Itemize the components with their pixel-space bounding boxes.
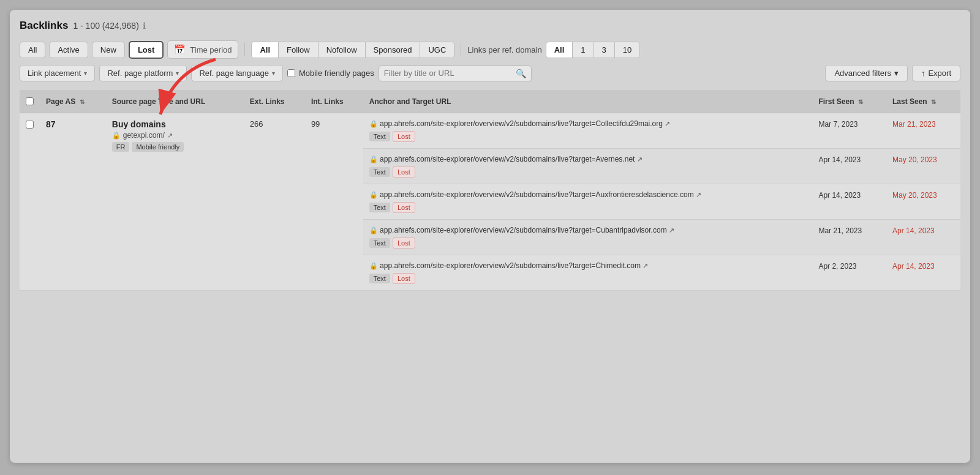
links-per-group: All 1 3 10: [546, 42, 641, 58]
col-ext-links: Ext. Links: [244, 90, 305, 113]
export-button[interactable]: ↑ Export: [912, 65, 960, 81]
external-link-icon[interactable]: ↗: [696, 191, 701, 198]
search-input[interactable]: [384, 69, 513, 78]
last-seen-value: Apr 14, 2023: [892, 226, 935, 235]
source-tag: FR: [112, 142, 130, 152]
anchor-url-text[interactable]: app.ahrefs.com/site-explorer/overview/v2…: [380, 155, 635, 163]
lock-icon: 🔒: [112, 132, 121, 140]
url-text[interactable]: getexpi.com/: [123, 131, 165, 140]
anchor-tag: Text: [369, 274, 390, 283]
first-seen-value: Mar 21, 2023: [818, 226, 862, 235]
anchor-tag: Lost: [393, 202, 415, 213]
page-as-value: 87: [46, 119, 56, 129]
col-anchor: Anchor and Target URL: [363, 90, 813, 113]
lock-icon: 🔒: [369, 226, 378, 234]
backlinks-table: Page AS ⇅ Source page Title and URL Ext.…: [20, 90, 960, 291]
last-seen-value: Mar 21, 2023: [892, 120, 936, 129]
anchor-url-text[interactable]: app.ahrefs.com/site-explorer/overview/v2…: [380, 226, 667, 234]
page-count: 1 - 100 (424,968): [73, 21, 138, 31]
anchor-url: 🔒 app.ahrefs.com/site-explorer/overview/…: [369, 261, 807, 270]
links-per-all-button[interactable]: All: [546, 42, 573, 58]
last-seen-value: Apr 14, 2023: [892, 262, 935, 271]
first-seen-value: Mar 7, 2023: [818, 120, 858, 129]
anchor-tag: Lost: [393, 131, 415, 142]
links-per-1-button[interactable]: 1: [573, 42, 594, 58]
anchor-tag: Lost: [393, 238, 415, 249]
filter-ugc-button[interactable]: UGC: [420, 42, 454, 58]
col-page-as: Page AS ⇅: [40, 90, 106, 113]
row-checkbox[interactable]: [26, 121, 34, 129]
anchor-url-text[interactable]: app.ahrefs.com/site-explorer/overview/v2…: [380, 190, 694, 199]
source-url: 🔒 getexpi.com/ ↗: [112, 131, 238, 140]
last-seen-value: May 20, 2023: [892, 191, 937, 200]
last-seen-value: May 20, 2023: [892, 155, 937, 164]
sort-icon[interactable]: ⇅: [858, 99, 863, 105]
filter-all2-button[interactable]: All: [252, 42, 279, 58]
anchor-url-text[interactable]: app.ahrefs.com/site-explorer/overview/v2…: [380, 261, 641, 270]
page-title: Backlinks: [20, 20, 68, 32]
lock-icon: 🔒: [369, 155, 378, 163]
chevron-down-icon: ▾: [272, 70, 275, 77]
col-source: Source page Title and URL: [106, 90, 244, 113]
external-link-icon[interactable]: ↗: [643, 262, 648, 269]
anchor-tag: Text: [369, 167, 390, 177]
anchor-tag: Lost: [393, 166, 415, 178]
calendar-icon: 📅: [174, 44, 186, 55]
ref-page-language-dropdown[interactable]: Ref. page language ▾: [191, 65, 282, 81]
col-first-seen: First Seen ⇅: [812, 90, 886, 113]
search-icon: 🔍: [516, 69, 526, 78]
filter-new-button[interactable]: New: [92, 42, 125, 58]
anchor-tag: Text: [369, 238, 390, 248]
filter-lost-button[interactable]: Lost: [129, 41, 164, 59]
anchor-url: 🔒 app.ahrefs.com/site-explorer/overview/…: [369, 226, 807, 234]
filter-nofollow-button[interactable]: Nofollow: [318, 42, 366, 58]
filter-follow-button[interactable]: Follow: [279, 42, 318, 58]
first-seen-value: Apr 14, 2023: [818, 155, 861, 164]
anchor-url: 🔒 app.ahrefs.com/site-explorer/overview/…: [369, 190, 807, 199]
links-per-label: Links per ref. domain: [467, 45, 541, 54]
anchor-tags: TextLost: [369, 131, 807, 142]
anchor-tags: TextLost: [369, 238, 807, 249]
table-body: 87 Buy domains 🔒 getexpi.com/ ↗ FRMobile…: [20, 113, 960, 291]
anchor-tags: TextLost: [369, 273, 807, 284]
external-link-icon[interactable]: ↗: [665, 120, 670, 127]
first-seen-value: Apr 14, 2023: [818, 191, 861, 200]
anchor-url-text[interactable]: app.ahrefs.com/site-explorer/overview/v2…: [380, 119, 663, 128]
source-tag: Mobile friendly: [132, 142, 184, 152]
links-per-3-button[interactable]: 3: [594, 42, 615, 58]
filter-all-button[interactable]: All: [20, 42, 45, 58]
divider: [244, 43, 245, 56]
filter-bar-1: All Active New Lost 📅 Time period All Fo…: [20, 40, 960, 59]
select-all-checkbox[interactable]: [26, 97, 34, 105]
anchor-url: 🔒 app.ahrefs.com/site-explorer/overview/…: [369, 119, 807, 128]
anchor-tags: TextLost: [369, 202, 807, 213]
lock-icon: 🔒: [369, 191, 378, 198]
advanced-filters-button[interactable]: Advanced filters ▾: [825, 65, 908, 81]
anchor-url: 🔒 app.ahrefs.com/site-explorer/overview/…: [369, 155, 807, 163]
first-seen-value: Apr 2, 2023: [818, 262, 856, 271]
col-checkbox: [20, 90, 40, 113]
col-int-links: Int. Links: [305, 90, 363, 113]
col-last-seen: Last Seen ⇅: [886, 90, 960, 113]
lock-icon: 🔒: [369, 262, 378, 269]
divider2: [461, 43, 461, 56]
external-link-icon[interactable]: ↗: [637, 155, 643, 163]
anchor-tag: Text: [369, 203, 390, 212]
mobile-friendly-checkbox[interactable]: [287, 69, 295, 77]
link-placement-dropdown[interactable]: Link placement ▾: [20, 65, 95, 81]
external-link-icon[interactable]: ↗: [669, 226, 674, 234]
time-period-button[interactable]: 📅 Time period: [167, 40, 238, 59]
info-icon[interactable]: ℹ: [143, 21, 146, 31]
filter-active-button[interactable]: Active: [49, 42, 88, 58]
mobile-friendly-checkbox-label[interactable]: Mobile friendly pages: [287, 69, 374, 78]
external-link-icon[interactable]: ↗: [167, 132, 173, 140]
source-title: Buy domains: [112, 119, 238, 129]
ref-page-platform-dropdown[interactable]: Ref. page platform ▾: [99, 65, 187, 81]
links-per-10-button[interactable]: 10: [615, 42, 639, 58]
sort-icon[interactable]: ⇅: [931, 99, 936, 105]
source-tags: FRMobile friendly: [112, 142, 238, 152]
search-box[interactable]: 🔍: [379, 65, 532, 81]
filter-sponsored-button[interactable]: Sponsored: [366, 42, 421, 58]
anchor-tag: Text: [369, 132, 390, 141]
sort-icon[interactable]: ⇅: [80, 99, 85, 105]
